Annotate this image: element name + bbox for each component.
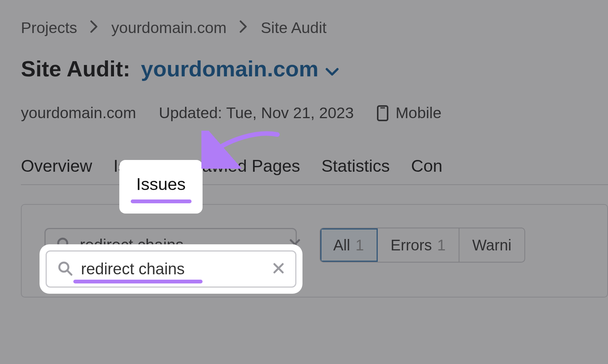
filter-errors-count: 1 — [437, 237, 446, 254]
tab-issues-highlight-label[interactable]: Issues — [136, 174, 185, 194]
highlight-underline — [73, 280, 203, 283]
filter-group: All 1 Errors 1 Warni — [320, 228, 525, 263]
highlight-underline — [131, 199, 192, 203]
meta-domain: yourdomain.com — [21, 104, 136, 122]
breadcrumb-domain[interactable]: yourdomain.com — [111, 19, 226, 37]
mobile-icon — [377, 105, 389, 122]
filter-warnings[interactable]: Warni — [459, 228, 524, 262]
filter-errors-label: Errors — [391, 237, 432, 254]
svg-line-7 — [68, 271, 71, 275]
breadcrumb: Projects yourdomain.com Site Audit — [21, 19, 608, 37]
tab-statistics[interactable]: Statistics — [321, 156, 390, 176]
meta-device-label: Mobile — [396, 104, 442, 122]
chevron-right-icon — [239, 19, 248, 37]
breadcrumb-projects[interactable]: Projects — [21, 19, 77, 37]
breadcrumb-section: Site Audit — [261, 19, 326, 37]
tabs: Overview Issues Crawled Pages Statistics… — [21, 156, 608, 185]
filter-all[interactable]: All 1 — [320, 228, 378, 262]
project-selector[interactable]: yourdomain.com — [141, 56, 339, 81]
filter-warnings-label: Warni — [472, 237, 511, 254]
highlight-search: redirect chains — [42, 247, 300, 291]
filter-errors[interactable]: Errors 1 — [378, 228, 459, 262]
search-input-wrap-highlight: redirect chains — [46, 250, 296, 288]
tab-crawled-pages[interactable]: Crawled Pages — [184, 156, 300, 176]
search-icon — [57, 261, 73, 277]
page-title-label: Site Audit: — [21, 56, 130, 81]
page-title: Site Audit: yourdomain.com — [21, 56, 608, 81]
meta-updated: Updated: Tue, Nov 21, 2023 — [159, 104, 354, 122]
filter-all-count: 1 — [355, 237, 364, 254]
project-selector-label: yourdomain.com — [141, 56, 318, 81]
meta-device: Mobile — [377, 104, 442, 122]
tab-compared[interactable]: Con — [411, 156, 443, 176]
highlight-issues-tab: Issues — [122, 162, 200, 211]
meta-row: yourdomain.com Updated: Tue, Nov 21, 202… — [21, 104, 608, 122]
chevron-down-icon — [325, 56, 339, 81]
filter-all-label: All — [333, 237, 350, 254]
clear-search-icon[interactable] — [272, 262, 285, 276]
tab-overview[interactable]: Overview — [21, 156, 92, 176]
chevron-right-icon — [90, 19, 98, 37]
search-input-text[interactable]: redirect chains — [81, 260, 264, 278]
